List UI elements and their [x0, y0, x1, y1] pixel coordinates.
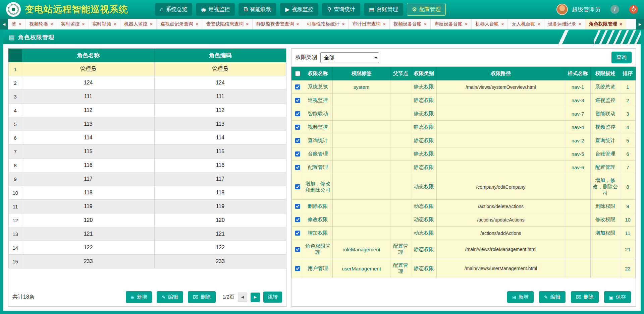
- tab-item[interactable]: 机器人监控 ×: [120, 19, 157, 29]
- row-checkbox[interactable]: [295, 204, 300, 209]
- tab-item[interactable]: 巡视点记录查询 ×: [157, 19, 202, 29]
- tab-close-icon[interactable]: ×: [246, 22, 249, 26]
- tab-item[interactable]: 机器人台账 ×: [472, 19, 508, 29]
- row-checkbox[interactable]: [295, 125, 300, 130]
- role-table-row[interactable]: 12 120 120: [9, 213, 286, 227]
- perm-save-button[interactable]: ▣ 保存: [604, 291, 631, 303]
- permission-table-row[interactable]: 视频监控 静态权限 nav-4 视频监控 4: [292, 121, 636, 134]
- tab-close-icon[interactable]: ×: [296, 22, 299, 26]
- role-table-row[interactable]: 10 118 118: [9, 186, 286, 200]
- tab-item[interactable]: 静默监视告警查询 ×: [253, 19, 303, 29]
- permission-table-row[interactable]: 用户管理 userManagement 配置管理 静态权限 /main/view…: [292, 259, 636, 278]
- row-checkbox[interactable]: [295, 84, 300, 89]
- role-table-row[interactable]: 3 111 111: [9, 90, 286, 104]
- nav-button[interactable]: ▤ 台账管理: [364, 3, 403, 16]
- tab-close-icon[interactable]: ×: [19, 22, 21, 26]
- permission-table-row[interactable]: 修改权限 动态权限 /actions/updateActions 修改权限 10: [292, 213, 636, 227]
- permission-table-scroll[interactable]: 权限名称 权限标签 父节点 权限类别 权限路径 样式名称 权限描述 排序: [291, 67, 636, 288]
- row-checkbox[interactable]: [295, 247, 300, 252]
- tab-close-icon[interactable]: ×: [579, 22, 581, 26]
- perm-add-button[interactable]: ⊞ 新增: [507, 291, 534, 303]
- tab-close-icon[interactable]: ×: [50, 22, 53, 26]
- permission-table-row[interactable]: 增加，修改和删除公司 动态权限 /company/editCompany 增加，…: [292, 174, 636, 200]
- perm-path-cell: /actions/deleteActions: [437, 200, 565, 213]
- row-checkbox[interactable]: [295, 98, 300, 103]
- nav-button[interactable]: ⚲ 查询统计: [322, 3, 360, 16]
- permission-table-row[interactable]: 删除权限 动态权限 /actions/deleteActions 删除权限 9: [292, 200, 636, 213]
- row-checkbox[interactable]: [295, 231, 300, 236]
- tab-item[interactable]: 设备运维记录 ×: [544, 19, 585, 29]
- role-edit-button[interactable]: ✎ 编辑: [157, 291, 183, 303]
- tab-close-icon[interactable]: ×: [383, 22, 386, 26]
- permission-table-row[interactable]: 配置管理 静态权限 nav-6 配置管理 7: [292, 161, 636, 174]
- tab-close-icon[interactable]: ×: [465, 22, 468, 26]
- tab-item[interactable]: 实时视频 ×: [89, 19, 120, 29]
- permission-table-row[interactable]: 系统总览 system 静态权限 /main/views/systemOverv…: [292, 80, 636, 94]
- row-checkbox[interactable]: [295, 184, 300, 189]
- role-table-row[interactable]: 11 119 119: [9, 200, 286, 213]
- row-checkbox[interactable]: [295, 111, 300, 116]
- perm-edit-button[interactable]: ✎ 编辑: [539, 291, 566, 303]
- tab-scroll-left-icon[interactable]: ◀: [0, 19, 8, 29]
- role-table-row[interactable]: 9 117 117: [9, 172, 286, 186]
- tab-item[interactable]: 角色权限管理 ×: [585, 19, 626, 29]
- role-table-row[interactable]: 15 233 233: [9, 255, 286, 268]
- power-icon[interactable]: [629, 5, 638, 14]
- tab-item[interactable]: 无人机台账 ×: [508, 19, 544, 29]
- tab-close-icon[interactable]: ×: [82, 22, 85, 26]
- role-table-row[interactable]: 7 115 115: [9, 145, 286, 159]
- page-jump-button[interactable]: 跳转: [263, 292, 282, 303]
- query-button[interactable]: 查询: [611, 52, 632, 63]
- tab-close-icon[interactable]: ×: [196, 22, 198, 26]
- row-checkbox[interactable]: [295, 266, 300, 271]
- tab-close-icon[interactable]: ×: [424, 22, 427, 26]
- permission-category-select[interactable]: 全部: [320, 52, 379, 63]
- row-checkbox[interactable]: [295, 151, 300, 156]
- tab-close-icon[interactable]: ×: [342, 22, 345, 26]
- nav-button[interactable]: ▶ 视频监控: [280, 3, 318, 16]
- nav-button[interactable]: ◉ 巡视监控: [196, 3, 235, 16]
- tab-close-icon[interactable]: ×: [150, 22, 153, 26]
- permission-table-row[interactable]: 巡视监控 静态权限 nav-3 巡视监控 2: [292, 94, 636, 107]
- row-checkbox[interactable]: [295, 217, 300, 222]
- nav-button[interactable]: ⧉ 智能联动: [238, 3, 276, 16]
- permission-table-row[interactable]: 查询统计 静态权限 nav-2 查询统计 5: [292, 134, 636, 147]
- permission-table-row[interactable]: 角色权限管理 roleManagement 配置管理 静态权限 /main/vi…: [292, 240, 636, 259]
- role-table-row[interactable]: 4 112 112: [9, 104, 286, 117]
- tab-item[interactable]: 声纹设备台账 ×: [431, 19, 472, 29]
- role-table-row[interactable]: 5 113 113: [9, 117, 286, 131]
- role-table-row[interactable]: 14 122 122: [9, 241, 286, 255]
- tab-item[interactable]: 审计日志查询 ×: [349, 19, 390, 29]
- info-icon[interactable]: i: [610, 5, 619, 14]
- permission-table-row[interactable]: 增加权限 动态权限 /actions/addActions 增加权限 11: [292, 227, 636, 240]
- role-table-row[interactable]: 6 114 114: [9, 131, 286, 145]
- tab-item[interactable]: 览 ×: [8, 19, 25, 29]
- permission-table-row[interactable]: 智能联动 静态权限 nav-7 智能联动 3: [292, 107, 636, 121]
- role-add-button[interactable]: ⊞ 新增: [126, 291, 152, 303]
- tab-close-icon[interactable]: ×: [114, 22, 116, 26]
- role-table-row[interactable]: 13 121 121: [9, 227, 286, 241]
- tab-close-icon[interactable]: ×: [501, 22, 504, 26]
- role-table-row[interactable]: 8 116 116: [9, 159, 286, 172]
- row-checkbox[interactable]: [295, 165, 300, 170]
- nav-button[interactable]: ⌂ 系统总览: [155, 3, 192, 16]
- tab-item[interactable]: 视频设备台账 ×: [390, 19, 431, 29]
- permission-table-row[interactable]: 台账管理 静态权限 nav-5 台账管理 6: [292, 147, 636, 161]
- tab-scroll-right-icon[interactable]: ▶: [636, 19, 644, 29]
- tab-item[interactable]: 告警缺陷信息查询 ×: [202, 19, 253, 29]
- tab-item[interactable]: 视频轮播 ×: [25, 19, 57, 29]
- role-table-row[interactable]: 1 管理员 管理员: [9, 62, 286, 76]
- page-prev-icon[interactable]: ◀: [238, 293, 247, 302]
- tab-item[interactable]: 实时监控 ×: [57, 19, 89, 29]
- tab-close-icon[interactable]: ×: [537, 22, 540, 26]
- role-delete-button[interactable]: ⌧ 删除: [188, 291, 216, 303]
- nav-button[interactable]: ⚙ 配置管理: [407, 3, 446, 16]
- role-table-row[interactable]: 2 124 124: [9, 76, 286, 90]
- tab-close-icon[interactable]: ×: [620, 22, 622, 26]
- avatar[interactable]: [556, 4, 568, 15]
- select-all-checkbox[interactable]: [295, 71, 300, 76]
- page-next-icon[interactable]: ▶: [251, 293, 260, 302]
- row-checkbox[interactable]: [295, 138, 300, 143]
- perm-delete-button[interactable]: ⌧ 删除: [571, 291, 599, 303]
- tab-item[interactable]: 可靠性指标统计 ×: [303, 19, 349, 29]
